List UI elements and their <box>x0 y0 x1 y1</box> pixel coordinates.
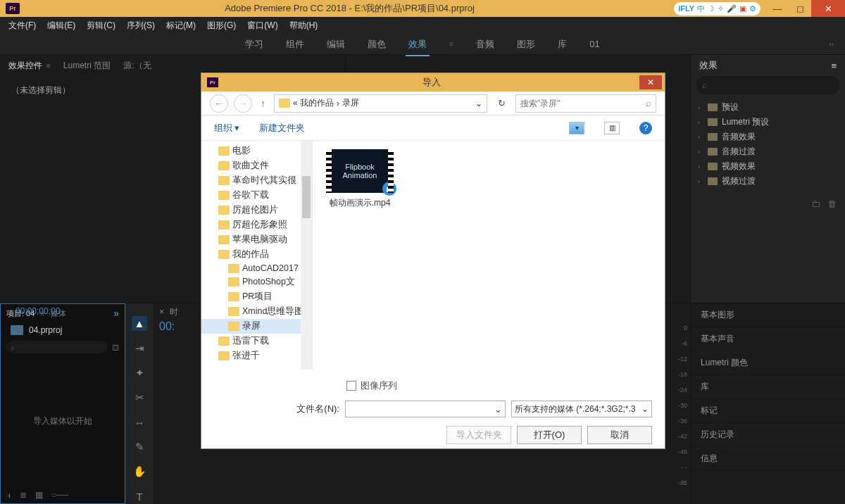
view-details-button[interactable]: ▥ <box>604 122 620 134</box>
cancel-button[interactable]: 取消 <box>587 426 652 444</box>
effects-search[interactable]: ⌕ <box>696 76 839 94</box>
icon-view-icon[interactable]: ≣ <box>20 490 27 500</box>
ws-overflow-icon[interactable]: ›› <box>829 40 834 48</box>
ws-menu-icon[interactable]: ≡ <box>449 40 453 48</box>
tab-effect-controls[interactable]: 效果控件≡ <box>8 60 51 72</box>
import-drop-area[interactable]: 导入媒体以开始 <box>6 362 119 481</box>
zoom-slider[interactable]: ○── <box>51 490 68 500</box>
nav-forward-button[interactable]: → <box>234 94 252 113</box>
file-list[interactable]: Flipbook Animation ▶ 帧动画演示.mp4 <box>313 141 665 370</box>
ws-graphics[interactable]: 图形 <box>517 34 535 55</box>
menu-clip[interactable]: 剪辑(C) <box>81 20 121 32</box>
open-button[interactable]: 打开(O) <box>517 426 582 444</box>
effects-folder[interactable]: ›音频过渡 <box>698 144 838 159</box>
selection-tool[interactable]: ▲ <box>132 316 147 331</box>
ws-assembly[interactable]: 组件 <box>286 34 304 55</box>
tree-folder[interactable]: 苹果电脑驱动 <box>201 232 312 247</box>
slip-tool[interactable]: ↔ <box>132 415 147 430</box>
tree-scrollbar[interactable] <box>301 141 312 370</box>
menu-edit[interactable]: 编辑(E) <box>42 20 81 32</box>
tree-folder[interactable]: AutoCAD2017 <box>201 262 312 275</box>
file-type-select[interactable]: 所有支持的媒体 (*.264;*.3G2;*.3⌄ <box>511 401 652 417</box>
panel-tab[interactable]: 标记 <box>691 399 845 423</box>
effects-folder[interactable]: ›Lumetri 预设 <box>698 115 838 130</box>
list-view-icon[interactable]: ⫞ <box>6 490 11 500</box>
tab-source[interactable]: 源:（无 <box>123 60 151 72</box>
tree-folder[interactable]: 谷歌下载 <box>201 188 312 203</box>
refresh-button[interactable]: ↻ <box>493 98 510 108</box>
organize-menu[interactable]: 组织 ▾ <box>214 122 239 134</box>
menu-markers[interactable]: 标记(M) <box>161 20 201 32</box>
tree-folder[interactable]: 我的作品 <box>201 247 312 262</box>
tree-folder[interactable]: PhotoShop文 <box>201 275 312 289</box>
folder-tree[interactable]: 电影歌曲文件革命时代其实很谷歌下载厉超伦图片厉超伦形象照苹果电脑驱动我的作品Au… <box>201 141 313 370</box>
tree-folder[interactable]: 张进千 <box>201 348 312 363</box>
new-bin-icon[interactable]: 🗀 <box>811 199 820 209</box>
delete-icon[interactable]: 🗑 <box>827 199 837 209</box>
dialog-close-button[interactable]: ✕ <box>639 75 662 89</box>
type-tool[interactable]: T <box>132 489 147 504</box>
menu-help[interactable]: 帮助(H) <box>284 20 324 32</box>
crumb-0[interactable]: « 我的作品 <box>293 97 334 109</box>
tree-folder[interactable]: 厉超伦图片 <box>201 203 312 218</box>
filename-input[interactable]: ⌄ <box>345 401 506 417</box>
tree-folder[interactable]: 电影 <box>201 144 312 158</box>
razor-tool[interactable]: ✂ <box>132 390 147 405</box>
file-item[interactable]: Flipbook Animation ▶ 帧动画演示.mp4 <box>321 149 399 209</box>
hand-tool[interactable]: ✋ <box>132 465 147 479</box>
scrollbar-thumb[interactable] <box>302 176 311 218</box>
view-icons-button[interactable]: ▾ <box>569 122 584 134</box>
freeform-view-icon[interactable]: ▦ <box>35 490 43 500</box>
ws-audio[interactable]: 音频 <box>476 34 494 55</box>
tree-folder[interactable]: 迅雷下载 <box>201 334 312 348</box>
effects-folder[interactable]: ›音频效果 <box>698 130 838 144</box>
menu-sequence[interactable]: 序列(S) <box>121 20 161 32</box>
ws-color[interactable]: 颜色 <box>368 34 386 55</box>
new-folder-button[interactable]: 新建文件夹 <box>259 122 305 134</box>
pen-tool[interactable]: ✎ <box>132 440 147 455</box>
panel-tab[interactable]: Lumetri 颜色 <box>691 351 845 375</box>
nav-up-button[interactable]: ↑ <box>258 98 268 109</box>
tree-folder[interactable]: PR项目 <box>201 289 312 304</box>
project-search[interactable]: ⌕ <box>6 341 108 353</box>
import-folder-button[interactable]: 导入文件夹 <box>446 426 511 444</box>
ripple-edit-tool[interactable]: ✦ <box>132 365 147 380</box>
ws-learn[interactable]: 学习 <box>245 34 263 55</box>
dialog-search-input[interactable] <box>520 99 633 108</box>
panel-tab[interactable]: 历史记录 <box>691 423 845 447</box>
track-select-tool[interactable]: ⇥ <box>132 341 147 355</box>
dialog-search-box[interactable]: ⌕ <box>515 94 656 113</box>
minimize-button[interactable]: — <box>766 0 789 17</box>
timeline-tab[interactable]: 时 <box>170 306 178 318</box>
panel-tab[interactable]: 库 <box>691 375 845 399</box>
menu-graphics[interactable]: 图形(G) <box>201 20 242 32</box>
crumb-1[interactable]: 录屏 <box>342 97 359 109</box>
tree-folder[interactable]: 歌曲文件 <box>201 158 312 173</box>
panel-tab[interactable]: 基本图形 <box>691 303 845 327</box>
filter-bin-icon[interactable]: ⧈ <box>112 341 119 353</box>
tree-folder[interactable]: 厉超伦形象照 <box>201 218 312 232</box>
effects-folder[interactable]: ›视频过渡 <box>698 174 838 189</box>
ifly-toolbar[interactable]: iFLY中☽✧🎤▣⚙ <box>674 2 760 15</box>
menu-file[interactable]: 文件(F) <box>3 20 42 32</box>
effects-folder[interactable]: ›视频效果 <box>698 159 838 174</box>
maximize-button[interactable]: ◻ <box>789 0 811 17</box>
close-button[interactable]: ✕ <box>811 0 845 17</box>
effects-folder[interactable]: ›预设 <box>698 100 838 115</box>
nav-back-button[interactable]: ← <box>210 94 228 113</box>
panel-expand-icon[interactable]: » <box>113 308 119 319</box>
image-sequence-checkbox[interactable] <box>346 381 356 391</box>
ws-01[interactable]: 01 <box>589 34 599 53</box>
help-button[interactable]: ? <box>639 122 652 134</box>
panel-tab[interactable]: 信息 <box>691 447 845 471</box>
close-timeline-icon[interactable]: × <box>159 307 164 317</box>
tab-lumetri-scope[interactable]: Lumetri 范围 <box>63 60 111 72</box>
ws-editing[interactable]: 编辑 <box>327 34 345 55</box>
tree-folder[interactable]: Xmind思维导图 <box>201 304 312 319</box>
tree-folder[interactable]: 录屏 <box>201 319 312 334</box>
ws-effects[interactable]: 效果 <box>408 34 427 55</box>
tree-folder[interactable]: 革命时代其实很 <box>201 173 312 188</box>
panel-tab[interactable]: 基本声音 <box>691 327 845 351</box>
menu-window[interactable]: 窗口(W) <box>242 20 283 32</box>
ws-libraries[interactable]: 库 <box>558 34 567 55</box>
